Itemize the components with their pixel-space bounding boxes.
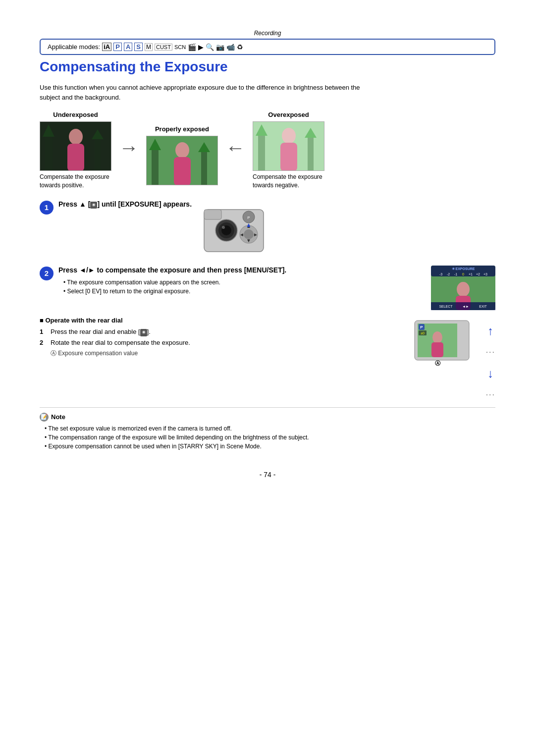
properly-exposed-group: Properly exposed — [146, 125, 218, 185]
overexposed-photo — [253, 121, 324, 171]
svg-point-56 — [432, 331, 442, 343]
step1-left: 1 Press ▲ [☀] until [EXPOSURE] appears. — [40, 200, 192, 215]
applicable-modes-box: Applicable modes: iA P A S M CUST SCN 🎬 … — [40, 39, 495, 55]
applicable-modes-label: Applicable modes: — [48, 43, 100, 51]
svg-point-27 — [222, 226, 225, 229]
svg-point-6 — [69, 129, 83, 145]
operate-section: Operate with the rear dial 1 Press the r… — [40, 317, 495, 399]
svg-rect-9 — [152, 146, 159, 185]
svg-text:0: 0 — [462, 272, 464, 276]
dial-dots-1: ··· — [486, 348, 495, 357]
svg-rect-57 — [431, 342, 443, 357]
exposure-icon2: ☀ — [140, 329, 147, 337]
camera-screen-preview: P ±0 Ⓐ — [414, 317, 483, 373]
svg-point-20 — [282, 128, 296, 144]
rear-dial-content: Operate with the rear dial 1 Press the r… — [40, 317, 404, 358]
rear-dial-image: P ±0 Ⓐ ↑ ··· ↓ ··· — [414, 317, 495, 399]
svg-rect-2 — [45, 132, 53, 171]
step2-bullets: The exposure compensation value appears … — [58, 278, 421, 296]
underexposed-caption: Compensate the exposure towards positive… — [40, 173, 111, 190]
intro-text: Use this function when you cannot achiev… — [40, 83, 376, 102]
svg-text:+3: +3 — [483, 272, 487, 276]
step1-num: 1 — [40, 327, 47, 337]
dial-up-arrow: ↑ — [487, 324, 493, 338]
svg-rect-16 — [258, 132, 265, 171]
svg-text:▲: ▲ — [246, 221, 252, 228]
svg-text:▼: ▼ — [246, 238, 251, 243]
note-item-1: The set exposure value is memorized even… — [45, 424, 495, 433]
step2-row: 2 Press ◄/► to compensate the exposure a… — [40, 266, 495, 312]
arrow-right-icon: → — [111, 137, 146, 159]
operate-header: Operate with the rear dial — [40, 317, 404, 324]
underexposed-group: Underexposed Compensate the exposure tow… — [40, 111, 111, 190]
note-header: 📝 Note — [40, 413, 495, 422]
step2-image: ☀ EXPOSURE -3 -2 -1 0 +1 +2 +3 SELECT ◄►… — [431, 266, 495, 312]
mode-cust: CUST — [155, 44, 172, 51]
svg-text:±0: ±0 — [421, 331, 425, 335]
svg-text:+2: +2 — [476, 272, 480, 276]
step2-bullet1: The exposure compensation value appears … — [63, 278, 421, 287]
svg-text:◄: ◄ — [239, 232, 244, 237]
svg-text:-2: -2 — [447, 272, 450, 276]
svg-rect-14 — [174, 157, 191, 185]
svg-point-13 — [175, 142, 189, 158]
page-title: Compensating the Exposure — [40, 59, 495, 77]
svg-text:-1: -1 — [454, 272, 457, 276]
dial-dots-2: ··· — [486, 390, 495, 399]
mode-p: P — [113, 43, 122, 51]
properly-exposed-illustration — [147, 136, 218, 185]
step2-bullet2: Select [0 EV] to return to the original … — [63, 287, 421, 296]
svg-text:EXIT: EXIT — [479, 305, 487, 308]
operate-step1: 1 Press the rear dial and enable [☀]. — [40, 327, 404, 337]
rear-dial-section: Operate with the rear dial 1 Press the r… — [40, 317, 495, 399]
mode-m: M — [145, 43, 153, 51]
underexposed-photo — [40, 121, 111, 171]
svg-text:Ⓐ: Ⓐ — [434, 360, 440, 366]
svg-rect-11 — [201, 150, 207, 185]
step2-num: 2 — [40, 338, 47, 348]
svg-text:☀ EXPOSURE: ☀ EXPOSURE — [452, 267, 475, 270]
step2-content: Press ◄/► to compensate the exposure and… — [58, 266, 421, 296]
note-item-2: The compensation range of the exposure w… — [45, 433, 495, 442]
screen-svg: ☀ EXPOSURE -3 -2 -1 0 +1 +2 +3 SELECT ◄►… — [431, 266, 495, 310]
operate-sub-note: Ⓐ Exposure compensation value — [51, 349, 404, 358]
step2-main-text: Press ◄/► to compensate the exposure and… — [58, 266, 421, 275]
step1-image: P ▲ ▼ ◄ ► ▲ — [202, 200, 266, 256]
dial-down-arrow: ↓ — [487, 367, 493, 380]
step1-text: Press ▲ [☀] until [EXPOSURE] appears. — [58, 200, 192, 210]
svg-text:SELECT: SELECT — [439, 305, 453, 308]
step1-number: 1 — [40, 201, 54, 215]
arrow-left-icon: ← — [218, 137, 253, 159]
mode-ia: iA — [102, 43, 111, 51]
svg-text:P: P — [247, 216, 250, 220]
page-container: Recording Applicable modes: iA P A S M C… — [40, 30, 495, 479]
step2-left: 2 Press ◄/► to compensate the exposure a… — [40, 266, 421, 296]
mode-icons: 🎬 ▶ 🔍 📷 📹 ♻ — [188, 43, 243, 51]
svg-rect-4 — [95, 137, 101, 171]
operate-step2: 2 Rotate the rear dial to compensate the… — [40, 338, 404, 348]
underexposed-label: Underexposed — [53, 111, 98, 118]
properly-exposed-photo — [146, 136, 218, 185]
svg-rect-7 — [67, 144, 84, 171]
step2-number: 2 — [40, 267, 54, 280]
svg-rect-23 — [204, 210, 221, 219]
preview-svg: P ±0 Ⓐ — [414, 317, 483, 371]
svg-rect-21 — [280, 143, 297, 171]
svg-text:P: P — [420, 325, 423, 329]
overexposed-label: Overexposed — [268, 111, 309, 118]
mode-scn-m: SCN — [174, 44, 186, 50]
svg-rect-18 — [308, 136, 314, 171]
note-label: Note — [51, 413, 65, 421]
overexposed-caption: Compensate the exposure towards negative… — [253, 173, 324, 190]
svg-text:+1: +1 — [469, 272, 473, 276]
recording-label: Recording — [40, 30, 495, 37]
note-section: 📝 Note The set exposure value is memoriz… — [40, 407, 495, 451]
operate-steps: 1 Press the rear dial and enable [☀]. 2 … — [40, 327, 404, 348]
note-item-3: Exposure compensation cannot be used whe… — [45, 442, 495, 451]
page-number: - 74 - — [40, 471, 495, 479]
note-list: The set exposure value is memorized even… — [40, 424, 495, 451]
svg-point-47 — [457, 282, 470, 297]
exposure-examples-row: Underexposed Compensate the exposure tow… — [40, 111, 495, 190]
overexposed-illustration — [253, 122, 324, 171]
overexposed-group: Overexposed Compensate the exposure towa… — [253, 111, 324, 190]
